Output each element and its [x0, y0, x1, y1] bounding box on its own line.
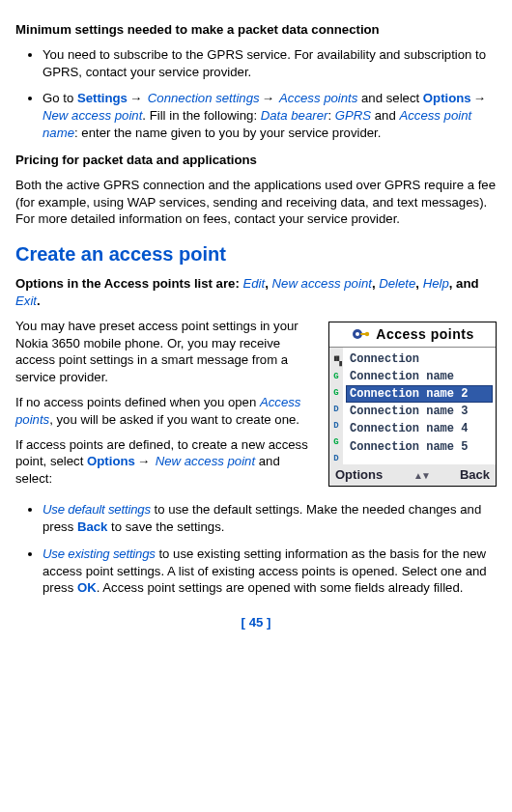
arrow-icon: →: [128, 91, 144, 105]
bullet-subscribe: You need to subscribe to the GPRS servic…: [43, 46, 497, 81]
txt: and select: [357, 91, 422, 105]
txt: to save the settings.: [107, 519, 224, 534]
nav-updown-icon: ▲▼: [413, 469, 429, 483]
arrow-icon: →: [471, 91, 488, 105]
opt-use-existing-settings: Use existing settings: [43, 546, 156, 561]
svg-point-3: [365, 332, 369, 336]
opt-new-access-point: New access point: [272, 276, 372, 291]
link-options: Options: [423, 91, 471, 105]
txt: Options in the Access points list are:: [15, 276, 242, 291]
heading-min-settings: Minimum settings needed to make a packet…: [15, 21, 497, 39]
txt: , you will be asked if you want to creat…: [49, 412, 299, 427]
phone-body: ▝▚ G G D D G D Connection Connection nam…: [329, 348, 496, 465]
txt: :: [327, 108, 334, 123]
bullet-use-default: Use default settings to use the default …: [43, 501, 497, 536]
link-options: Options: [87, 454, 135, 468]
softkey-back: Back: [460, 466, 490, 484]
options-line: Options in the Access points list are: E…: [15, 275, 497, 310]
opt-delete: Delete: [379, 276, 415, 291]
list-item-selected: Connection name 2: [346, 385, 493, 403]
g-icon: G: [333, 387, 338, 399]
page-number: [ 45 ]: [15, 614, 497, 631]
arrow-icon: →: [135, 454, 152, 468]
field-data-bearer: Data bearer: [261, 108, 328, 123]
phone-title-text: Access points: [376, 325, 473, 344]
softkey-options: Options: [335, 466, 383, 484]
opt-use-default-settings: Use default settings: [43, 502, 151, 517]
signal-icon: ▝▚: [331, 356, 341, 366]
d-icon: D: [333, 453, 338, 464]
value-gprs: GPRS: [335, 108, 371, 123]
d-icon: D: [333, 420, 338, 432]
bullet-list-1: You need to subscribe to the GPRS servic…: [15, 46, 497, 142]
txt: , and: [449, 276, 479, 291]
list-item: Connection: [346, 350, 493, 368]
phone-sidebar: ▝▚ G G D D G D: [329, 348, 343, 465]
txt: Go to: [43, 91, 77, 105]
txt: and: [371, 108, 399, 123]
d-icon: D: [333, 404, 338, 415]
key-back: Back: [77, 519, 108, 534]
link-new-access-point: New access point: [43, 108, 142, 123]
phone-screenshot: Access points ▝▚ G G D D G D Connection …: [328, 322, 497, 487]
opt-edit: Edit: [242, 276, 265, 291]
link-connection-settings: Connection settings: [144, 91, 260, 105]
phone-list: Connection Connection name Connection na…: [343, 348, 496, 465]
phone-softkeys: Options ▲▼ Back: [329, 464, 496, 486]
txt: . Fill in the following:: [142, 108, 260, 123]
para-pricing: Both the active GPRS connection and the …: [15, 177, 497, 228]
txt: .: [37, 294, 41, 308]
bullet-goto-settings: Go to Settings→ Connection settings→ Acc…: [43, 90, 497, 141]
svg-point-1: [356, 332, 359, 336]
opt-exit: Exit: [15, 294, 37, 308]
bullet-list-2: Use default settings to use the default …: [15, 501, 497, 597]
g-icon: G: [333, 436, 338, 448]
arrow-icon: →: [260, 91, 276, 105]
link-new-access-point: New access point: [152, 454, 255, 468]
key-ok: OK: [77, 580, 97, 595]
gear-icon: [351, 326, 370, 342]
list-item: Connection name 4: [346, 420, 493, 437]
opt-help: Help: [423, 276, 449, 291]
heading-pricing: Pricing for packet data and applications: [15, 152, 497, 169]
txt: If no access points defined when you ope…: [15, 395, 260, 409]
list-item: Connection name: [346, 368, 493, 385]
g-icon: G: [333, 371, 338, 382]
txt: ,: [415, 276, 422, 291]
phone-title-bar: Access points: [329, 322, 496, 348]
txt: ,: [265, 276, 271, 291]
list-item: Connection name 3: [346, 403, 493, 420]
link-settings: Settings: [77, 91, 128, 105]
txt: : enter the name given to you by your se…: [74, 126, 381, 140]
section-create-access-point: Create an access point: [15, 241, 497, 267]
list-item: Connection name 5: [346, 438, 493, 456]
txt: . Access point settings are opened with …: [97, 580, 464, 595]
bullet-use-existing: Use existing settings to use existing se…: [43, 546, 497, 597]
link-access-points: Access points: [276, 91, 358, 105]
